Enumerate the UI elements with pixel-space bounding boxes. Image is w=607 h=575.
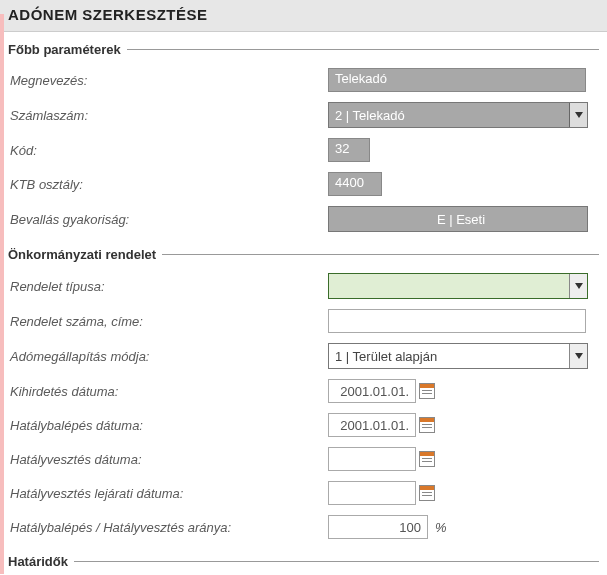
eff-date-input[interactable] — [328, 413, 416, 437]
calendar-icon[interactable] — [419, 417, 435, 433]
ratio-suffix: % — [435, 520, 447, 535]
expdue-date-input[interactable] — [328, 481, 416, 505]
ktb-label: KTB osztály: — [8, 177, 328, 192]
freq-select[interactable]: E | Eseti — [328, 206, 588, 232]
method-select[interactable]: 1 | Terület alapján — [328, 343, 588, 369]
freq-select-value: E | Eseti — [437, 212, 485, 227]
decree-group: Önkormányzati rendelet Rendelet típusa: … — [8, 247, 599, 544]
decree-legend: Önkormányzati rendelet — [8, 247, 162, 262]
account-select-value: 2 | Telekadó — [335, 108, 405, 123]
chevron-down-icon — [569, 103, 587, 127]
name-field: Telekadó — [328, 68, 586, 92]
code-label: Kód: — [8, 143, 328, 158]
chevron-down-icon — [569, 274, 587, 298]
account-label: Számlaszám: — [8, 108, 328, 123]
method-select-value: 1 | Terület alapján — [335, 349, 437, 364]
decree-type-label: Rendelet típusa: — [8, 279, 328, 294]
account-select[interactable]: 2 | Telekadó — [328, 102, 588, 128]
main-params-legend: Főbb paraméterek — [8, 42, 127, 57]
decree-num-label: Rendelet száma, címe: — [8, 314, 328, 329]
name-label: Megnevezés: — [8, 73, 328, 88]
method-label: Adómegállapítás módja: — [8, 349, 328, 364]
pub-date-label: Kihirdetés dátuma: — [8, 384, 328, 399]
deadlines-legend: Határidők — [8, 554, 74, 569]
calendar-icon[interactable] — [419, 451, 435, 467]
ratio-label: Hatálybalépés / Hatályvesztés aránya: — [8, 520, 328, 535]
exp-date-input[interactable] — [328, 447, 416, 471]
freq-label: Bevallás gyakoriság: — [8, 212, 328, 227]
calendar-icon[interactable] — [419, 485, 435, 501]
eff-date-label: Hatálybalépés dátuma: — [8, 418, 328, 433]
main-params-group: Főbb paraméterek Megnevezés: Telekadó Sz… — [8, 42, 599, 237]
deadlines-group: Határidők Art. szerinti határidők: — [8, 554, 599, 575]
page-title: ADÓNEM SZERKESZTÉSE — [0, 0, 607, 32]
pub-date-input[interactable] — [328, 379, 416, 403]
expdue-date-label: Hatályvesztés lejárati dátuma: — [8, 486, 328, 501]
exp-date-label: Hatályvesztés dátuma: — [8, 452, 328, 467]
code-field: 32 — [328, 138, 370, 162]
decree-type-select[interactable] — [328, 273, 588, 299]
decree-num-input[interactable] — [328, 309, 586, 333]
chevron-down-icon — [569, 344, 587, 368]
calendar-icon[interactable] — [419, 383, 435, 399]
ktb-field: 4400 — [328, 172, 382, 196]
ratio-input[interactable] — [328, 515, 428, 539]
